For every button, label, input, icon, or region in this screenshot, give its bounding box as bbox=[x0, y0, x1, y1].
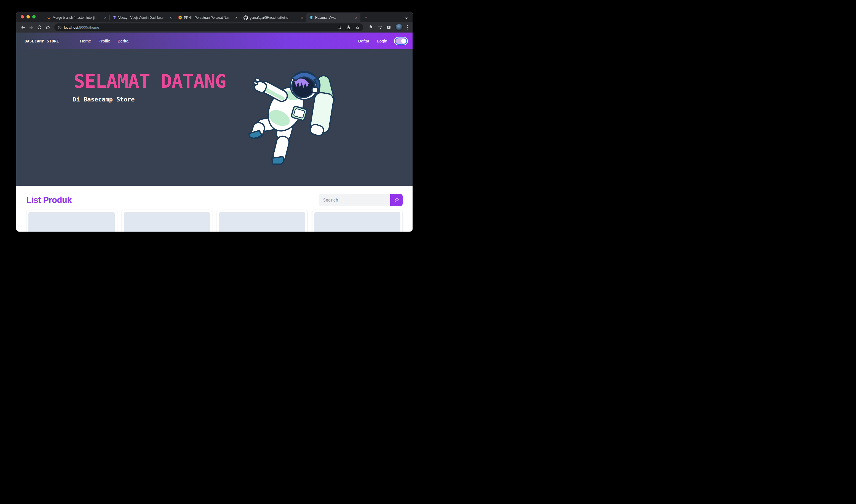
tab-close-icon[interactable]: × bbox=[103, 15, 107, 20]
tab-search-chevron-icon[interactable] bbox=[404, 16, 409, 20]
theme-toggle-knob bbox=[401, 39, 406, 43]
brand-logo[interactable]: BASECAMP STORE bbox=[24, 39, 59, 43]
extensions-puzzle-icon[interactable] bbox=[368, 25, 373, 30]
tab-ppni[interactable]: PPNI - Persatuan Perawat Nasi × bbox=[175, 13, 241, 22]
product-grid bbox=[26, 210, 403, 232]
product-card[interactable] bbox=[26, 210, 117, 232]
products-section: List Produk bbox=[16, 186, 413, 232]
address-bar[interactable]: localhost:5000/#home bbox=[54, 23, 363, 31]
tab-title: Halaman Awal bbox=[315, 16, 352, 20]
tab-github[interactable]: gemafajar09/react-tailwind × bbox=[241, 13, 306, 22]
hero-subtitle: Di Basecamp Store bbox=[73, 96, 226, 103]
bookmark-star-icon[interactable] bbox=[355, 25, 360, 30]
zoom-window-button[interactable] bbox=[32, 15, 36, 18]
forward-icon[interactable] bbox=[27, 23, 35, 31]
nav-actions: Daftar Login bbox=[358, 39, 387, 43]
zoom-out-icon[interactable] bbox=[337, 25, 342, 30]
url-path: :5000/#home bbox=[78, 25, 99, 30]
profile-avatar[interactable] bbox=[395, 24, 403, 31]
github-icon bbox=[244, 15, 248, 20]
nav-link-home[interactable]: Home bbox=[80, 39, 91, 43]
browser-window: Merge branch 'master' into 'jih × Vuexy … bbox=[16, 12, 413, 232]
nav-link-profile[interactable]: Profile bbox=[99, 39, 110, 43]
minimize-window-button[interactable] bbox=[26, 15, 30, 18]
nav-link-berita[interactable]: Berita bbox=[118, 39, 128, 43]
back-icon[interactable] bbox=[19, 23, 27, 31]
share-icon[interactable] bbox=[346, 25, 351, 30]
astronaut-illustration bbox=[247, 66, 338, 176]
search-bar bbox=[319, 194, 403, 206]
ppni-icon bbox=[178, 15, 182, 20]
nav-link-login[interactable]: Login bbox=[377, 39, 387, 43]
tab-title: gemafajar09/react-tailwind bbox=[250, 16, 298, 20]
nav-links: Home Profile Berita bbox=[80, 39, 128, 43]
vuexy-icon bbox=[112, 15, 117, 20]
search-input[interactable] bbox=[319, 194, 390, 206]
product-card[interactable] bbox=[217, 210, 307, 232]
tab-close-icon[interactable]: × bbox=[234, 15, 238, 20]
sidebar-icon[interactable] bbox=[386, 25, 391, 30]
hero-section: SELAMAT DATANG Di Basecamp Store bbox=[16, 49, 413, 186]
home-icon[interactable] bbox=[44, 23, 52, 31]
theme-toggle[interactable] bbox=[395, 38, 407, 44]
media-controls-icon[interactable] bbox=[377, 25, 382, 30]
new-tab-button[interactable]: + bbox=[362, 14, 370, 21]
close-window-button[interactable] bbox=[21, 15, 24, 18]
product-image-placeholder bbox=[315, 212, 401, 232]
tab-close-icon[interactable]: × bbox=[300, 15, 304, 20]
tab-halaman-awal-active[interactable]: Halaman Awal × bbox=[306, 13, 360, 22]
tab-strip: Merge branch 'master' into 'jih × Vuexy … bbox=[16, 12, 413, 22]
gitlab-icon bbox=[47, 15, 51, 20]
reload-icon[interactable] bbox=[36, 23, 43, 31]
hero-title: SELAMAT DATANG bbox=[74, 70, 226, 92]
toolbar-actions bbox=[366, 24, 410, 31]
product-card[interactable] bbox=[312, 210, 403, 232]
site-info-icon[interactable] bbox=[58, 25, 62, 30]
nav-link-daftar[interactable]: Daftar bbox=[358, 39, 369, 43]
tab-title: Merge branch 'master' into 'jih bbox=[53, 16, 101, 20]
url-host: localhost bbox=[64, 25, 78, 30]
tab-vuexy[interactable]: Vuexy - Vuejs Admin Dashboar × bbox=[109, 13, 175, 22]
product-image-placeholder bbox=[124, 212, 210, 232]
tab-gitlab[interactable]: Merge branch 'master' into 'jih × bbox=[44, 13, 109, 22]
products-heading: List Produk bbox=[26, 195, 72, 205]
window-controls bbox=[16, 12, 44, 22]
browser-menu-icon[interactable] bbox=[407, 24, 409, 30]
site-navbar: BASECAMP STORE Home Profile Berita Dafta… bbox=[16, 33, 413, 49]
search-button[interactable] bbox=[390, 194, 403, 206]
browser-toolbar: localhost:5000/#home bbox=[16, 22, 413, 33]
tab-title: PPNI - Persatuan Perawat Nasi bbox=[184, 16, 232, 20]
react-icon bbox=[309, 15, 314, 20]
product-image-placeholder bbox=[219, 212, 305, 232]
tab-close-icon[interactable]: × bbox=[168, 15, 173, 20]
product-image-placeholder bbox=[29, 212, 115, 232]
search-icon bbox=[394, 197, 399, 203]
tab-close-icon[interactable]: × bbox=[354, 15, 358, 20]
url-text[interactable]: localhost:5000/#home bbox=[64, 25, 334, 30]
screen: Merge branch 'master' into 'jih × Vuexy … bbox=[0, 0, 428, 252]
product-card[interactable] bbox=[122, 210, 212, 232]
tab-title: Vuexy - Vuejs Admin Dashboar bbox=[118, 16, 167, 20]
